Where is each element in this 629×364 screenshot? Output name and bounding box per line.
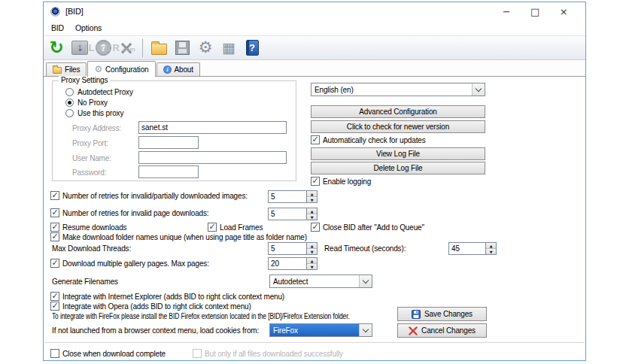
radio-icon — [65, 109, 74, 117]
radio-selected-icon — [65, 99, 74, 107]
generate-filenames-select[interactable]: Autodetect — [269, 275, 372, 288]
unique-folder-names-label: Make download folder names unique (when … — [62, 233, 307, 241]
retries-images-spinner[interactable]: 5 ▲ ▼ — [268, 190, 318, 203]
checkbox-checked-icon — [311, 177, 320, 186]
only-if-all-success-label: But only if all files downloaded success… — [205, 350, 343, 358]
maximize-button[interactable]: □ — [521, 6, 549, 17]
spinner-buttons: ▲ ▼ — [306, 243, 317, 254]
refresh-icon: ↻ — [49, 39, 63, 56]
toolbar: ↻ ↓ ? × ⚙ ▦ ? FILECR.com — [44, 35, 585, 60]
radio-use-this-label: Use this proxy — [77, 109, 123, 117]
help-book-button[interactable]: ? — [242, 38, 263, 58]
settings-button-toolbar[interactable]: ⚙ — [195, 38, 216, 58]
spinner-value: 5 — [269, 191, 306, 202]
grid-button-toolbar[interactable]: ▦ — [218, 38, 239, 58]
save-button-toolbar[interactable] — [172, 38, 193, 58]
check-newer-version-button[interactable]: Click to check for newer version — [311, 120, 485, 133]
checkbox-checked-icon — [50, 259, 59, 268]
view-log-file-button[interactable]: View Log File — [311, 147, 485, 160]
integrate-opera-label: Integrate with Opera (adds BID to right … — [62, 302, 251, 311]
folder-icon — [53, 67, 62, 74]
proxy-settings-title: Proxy Settings — [59, 76, 110, 84]
checkbox-unchecked-icon — [50, 349, 59, 358]
spinner-up-icon[interactable]: ▲ — [307, 208, 317, 214]
spinner-buttons: ▲ ▼ — [306, 191, 317, 202]
checkbox-checked-icon — [50, 302, 59, 311]
refresh-button[interactable]: ↻ — [46, 38, 67, 58]
auto-updates-label: Automatically check for updates — [323, 136, 426, 144]
menu-bid[interactable]: BID — [51, 23, 64, 32]
retries-pages-label: Number of retries for invalid page downl… — [62, 209, 208, 217]
minimize-button[interactable]: − — [492, 6, 521, 17]
read-timeout-spinner[interactable]: 45 ▲ ▼ — [448, 242, 497, 255]
chevron-down-icon — [472, 83, 485, 96]
resume-downloads-label: Resume downloads — [62, 223, 126, 232]
checkbox-checked-icon — [311, 223, 320, 232]
spinner-down-icon[interactable]: ▼ — [486, 249, 496, 254]
language-select[interactable]: English (en) — [311, 83, 485, 96]
retries-pages-checkbox[interactable]: Number of retries for invalid page downl… — [50, 208, 208, 217]
tab-files-label: Files — [65, 65, 80, 74]
floppy-disk-icon — [175, 41, 190, 55]
spinner-up-icon[interactable]: ▲ — [307, 191, 317, 197]
radio-autodetect-proxy[interactable]: Autodetect Proxy — [65, 88, 133, 96]
window-title: [BID] — [65, 7, 84, 16]
gallery-pages-label: Download multiple gallery pages. Max pag… — [62, 259, 209, 268]
tab-configuration[interactable]: ⚙ Configuration — [87, 61, 155, 77]
unique-folder-names-checkbox[interactable]: Make download folder names unique (when … — [50, 232, 307, 241]
load-frames-checkbox[interactable]: Load Frames — [208, 223, 263, 232]
spinner-down-icon[interactable]: ▼ — [307, 249, 317, 254]
checkbox-unchecked-icon — [193, 349, 202, 358]
spinner-up-icon[interactable]: ▲ — [307, 258, 317, 264]
radio-no-proxy[interactable]: No Proxy — [65, 99, 108, 107]
auto-updates-checkbox[interactable]: Automatically check for updates — [311, 135, 426, 144]
tab-about[interactable]: i About — [156, 62, 200, 76]
spinner-down-icon[interactable]: ▼ — [307, 264, 317, 269]
folder-icon — [151, 44, 167, 55]
gallery-pages-spinner[interactable]: 20 ▲ ▼ — [268, 257, 318, 270]
save-changes-button[interactable]: Save Changes — [397, 307, 487, 321]
proxy-username-label: User Name: — [72, 154, 111, 162]
max-threads-label: Max Download Threads: — [52, 244, 131, 253]
grid-icon: ▦ — [222, 41, 235, 55]
proxy-address-label: Proxy Address: — [72, 124, 121, 132]
spinner-buttons: ▲ ▼ — [306, 208, 317, 220]
gallery-pages-checkbox[interactable]: Download multiple gallery pages. Max pag… — [50, 259, 209, 268]
tab-files[interactable]: Files — [46, 62, 87, 76]
radio-use-this-proxy[interactable]: Use this proxy — [65, 109, 123, 117]
integrate-ie-checkbox[interactable]: Integrate with Internet Explorer (adds B… — [50, 292, 284, 301]
integrate-ie-label: Integrate with Internet Explorer (adds B… — [62, 293, 284, 301]
generate-filenames-value: Autodetect — [270, 278, 359, 286]
delete-log-file-button[interactable]: Delete Log File — [311, 162, 485, 174]
spinner-down-icon[interactable]: ▼ — [307, 197, 317, 202]
advanced-configuration-button[interactable]: Advanced Configuration — [311, 105, 485, 118]
checkbox-checked-icon — [311, 135, 320, 144]
close-when-complete-checkbox[interactable]: Close when download complete — [50, 349, 166, 358]
integrate-opera-checkbox[interactable]: Integrate with Opera (adds BID to right … — [50, 302, 251, 311]
spinner-down-icon[interactable]: ▼ — [307, 214, 317, 220]
open-folder-button[interactable] — [148, 38, 169, 58]
checkbox-checked-icon — [50, 223, 59, 232]
spinner-value: 20 — [269, 258, 306, 269]
close-bid-after-queue-checkbox[interactable]: Close BID after "Add to Queue" — [311, 223, 424, 232]
proxy-port-input[interactable] — [138, 136, 199, 149]
resume-downloads-checkbox[interactable]: Resume downloads — [50, 223, 126, 232]
retries-images-checkbox[interactable]: Number of retries for invalid/partially … — [50, 191, 248, 200]
menu-options[interactable]: Options — [75, 23, 102, 32]
spinner-up-icon[interactable]: ▲ — [307, 243, 317, 249]
menubar: BID Options — [44, 20, 585, 35]
proxy-username-input[interactable] — [138, 151, 287, 164]
spinner-up-icon[interactable]: ▲ — [486, 243, 496, 249]
load-cookies-select[interactable]: FireFox — [269, 323, 372, 337]
help-book-icon: ? — [246, 40, 259, 56]
retries-pages-spinner[interactable]: 5 ▲ ▼ — [268, 208, 318, 220]
close-button[interactable]: × — [549, 6, 578, 17]
cancel-changes-label: Cancel Changes — [421, 326, 476, 335]
proxy-address-input[interactable] — [138, 121, 287, 134]
info-icon: i — [163, 65, 172, 74]
enable-logging-checkbox[interactable]: Enable logging — [311, 177, 371, 186]
proxy-password-input[interactable] — [138, 165, 199, 178]
cancel-changes-button[interactable]: Cancel Changes — [397, 323, 487, 338]
max-threads-spinner[interactable]: 5 ▲ ▼ — [268, 242, 318, 255]
generate-filenames-label: Generate Filenames — [52, 278, 118, 286]
